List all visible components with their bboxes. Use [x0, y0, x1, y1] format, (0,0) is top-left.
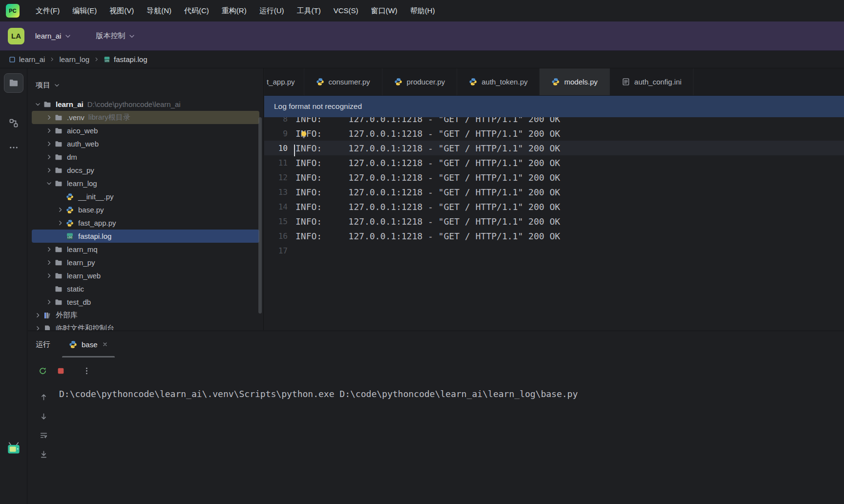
vcs-label: 版本控制	[96, 31, 125, 41]
tree-item-learn_web[interactable]: learn_web	[32, 269, 259, 282]
log-line-16[interactable]: 16INFO: 127.0.0.1:1218 - "GET / HTTP/1.1…	[264, 229, 844, 243]
rerun-button[interactable]	[36, 364, 49, 378]
log-line-14[interactable]: 14INFO: 127.0.0.1:1218 - "GET / HTTP/1.1…	[264, 199, 844, 214]
chevron-right-icon[interactable]	[44, 167, 54, 174]
editor-tab-t_app.py[interactable]: t_app.py	[264, 68, 304, 95]
tree-item-static[interactable]: static	[32, 282, 259, 295]
menubar-item[interactable]: 视图(V)	[103, 3, 140, 18]
folder-icon	[54, 259, 63, 267]
editor-tab-consumer.py[interactable]: consumer.py	[304, 68, 382, 95]
project-switcher[interactable]: learn_ai	[31, 29, 75, 43]
tree-item-__init__.py[interactable]: __init__.py	[32, 190, 259, 203]
log-line-15[interactable]: 15INFO: 127.0.0.1:1218 - "GET / HTTP/1.1…	[264, 214, 844, 229]
plugin-tool-button[interactable]	[4, 439, 23, 458]
folder-icon	[54, 140, 63, 148]
scroll-up-icon[interactable]	[37, 391, 50, 403]
breadcrumb-item-learn_log[interactable]: learn_log	[59, 55, 89, 63]
tree-item-learn_py[interactable]: learn_py	[32, 256, 259, 269]
log-line-17[interactable]: 17	[264, 243, 844, 258]
project-panel-header[interactable]: 项目	[28, 68, 263, 94]
project-avatar[interactable]: LA	[8, 28, 24, 44]
chevron-right-icon[interactable]	[44, 259, 54, 267]
project-tool-button[interactable]	[4, 73, 23, 93]
menubar-item[interactable]: 运行(U)	[253, 3, 291, 18]
tree-item-label: learn_py	[67, 258, 95, 267]
menubar-item[interactable]: 帮助(H)	[404, 3, 442, 18]
chevron-right-icon[interactable]	[44, 246, 54, 253]
menubar-item[interactable]: 重构(R)	[215, 3, 253, 18]
scroll-down-icon[interactable]	[37, 410, 50, 422]
chevron-right-icon[interactable]	[44, 272, 54, 280]
chevron-right-icon[interactable]	[44, 153, 54, 161]
tree-item-临时文件和控制台[interactable]: 临时文件和控制台	[32, 322, 259, 330]
log-line-text: INFO: 127.0.0.1:1218 - "GET / HTTP/1.1" …	[295, 216, 560, 227]
chevron-right-icon[interactable]	[33, 325, 43, 331]
more-options-button[interactable]	[80, 364, 93, 378]
log-line-11[interactable]: 11INFO: 127.0.0.1:1218 - "GET / HTTP/1.1…	[264, 155, 844, 170]
editor-tab-auth_config.ini[interactable]: auth_config.ini	[610, 68, 694, 95]
python-file-icon	[394, 78, 402, 86]
project-tree: learn_aiD:\code\pythoncode\learn_ai.venv…	[28, 98, 263, 330]
log-line-9[interactable]: 9INFO: 127.0.0.1:1218 - "GET / HTTP/1.1"…	[264, 126, 844, 141]
menubar-item[interactable]: 代码(C)	[178, 3, 215, 18]
tree-item-docs_py[interactable]: docs_py	[32, 164, 259, 177]
chevron-down-icon[interactable]	[33, 101, 43, 108]
log-line-12[interactable]: 12INFO: 127.0.0.1:1218 - "GET / HTTP/1.1…	[264, 170, 844, 185]
menubar-item[interactable]: 导航(N)	[140, 3, 178, 18]
chevron-right-icon[interactable]	[55, 206, 65, 214]
tree-item-.venv[interactable]: .venvlibrary根目录	[32, 111, 259, 124]
folder-icon	[9, 78, 19, 88]
chevron-down-icon[interactable]	[44, 180, 54, 188]
breadcrumb-separator-icon	[49, 57, 55, 62]
editor-tab-auth_token.py[interactable]: auth_token.py	[457, 68, 540, 95]
log-format-banner: Log format not recognized	[264, 96, 844, 117]
editor-lines[interactable]: 8INFO: 127.0.0.1:1218 - "GET / HTTP/1.1"…	[264, 111, 844, 330]
chevron-right-icon[interactable]	[44, 298, 54, 306]
chevron-right-icon[interactable]	[44, 140, 54, 148]
menubar-item[interactable]: 文件(F)	[29, 3, 66, 18]
tree-item-aico_web[interactable]: aico_web	[32, 124, 259, 137]
tree-item-auth_web[interactable]: auth_web	[32, 137, 259, 150]
tree-item-learn_mq[interactable]: learn_mq	[32, 243, 259, 256]
run-tab-base[interactable]: base	[61, 331, 116, 357]
menubar-item[interactable]: 窗口(W)	[364, 3, 403, 18]
log-line-13[interactable]: 13INFO: 127.0.0.1:1218 - "GET / HTTP/1.1…	[264, 185, 844, 199]
vcs-widget[interactable]: 版本控制	[92, 28, 139, 43]
tree-item-dm[interactable]: dm	[32, 150, 259, 164]
python-icon	[65, 206, 74, 214]
line-number: 13	[264, 188, 295, 197]
editor-tab-models.py[interactable]: models.py	[540, 68, 610, 95]
run-tab-bar: 运行 base	[28, 331, 844, 357]
menubar-item[interactable]: 工具(T)	[290, 3, 327, 18]
more-tool-windows-button[interactable]	[4, 138, 23, 157]
stop-button[interactable]	[54, 364, 67, 378]
menubar-item[interactable]: VCS(S)	[327, 3, 365, 18]
breadcrumb-item-fastapi.log[interactable]: fastapi.log	[104, 55, 147, 63]
close-tab-icon[interactable]	[102, 341, 108, 347]
intention-bulb-icon[interactable]	[299, 130, 308, 139]
chevron-right-icon[interactable]	[44, 127, 54, 135]
tree-item-learn_log[interactable]: learn_log	[32, 177, 259, 190]
log-line-10[interactable]: 10INFO: 127.0.0.1:1218 - "GET / HTTP/1.1…	[264, 141, 844, 155]
editor-tab-producer.py[interactable]: producer.py	[382, 68, 457, 95]
chevron-right-icon[interactable]	[44, 114, 54, 122]
breadcrumb-item-learn_ai[interactable]: learn_ai	[9, 55, 45, 63]
soft-wrap-icon[interactable]	[37, 429, 50, 441]
console-output[interactable]: D:\code\pythoncode\learn_ai\.venv\Script…	[59, 388, 834, 400]
tree-item-fast_app.py[interactable]: fast_app.py	[32, 216, 259, 230]
tree-item-label: learn_log	[67, 179, 97, 188]
tree-item-test_db[interactable]: test_db	[32, 295, 259, 309]
tree-item-外部库[interactable]: 外部库	[32, 309, 259, 322]
structure-tool-button[interactable]	[4, 113, 23, 133]
tree-item-base.py[interactable]: base.py	[32, 203, 259, 216]
log-line-text: INFO: 127.0.0.1:1218 - "GET / HTTP/1.1" …	[295, 187, 560, 197]
chevron-right-icon[interactable]	[55, 219, 65, 227]
chevron-right-icon[interactable]	[33, 312, 43, 319]
tree-item-fastapi.log[interactable]: fastapi.log	[32, 230, 259, 243]
scroll-to-end-icon[interactable]	[37, 448, 50, 461]
menubar-item[interactable]: 编辑(E)	[66, 3, 103, 18]
scrollbar-thumb[interactable]	[258, 117, 262, 314]
tree-item-label: .venv	[67, 113, 84, 122]
tree-item-learn_ai[interactable]: learn_aiD:\code\pythoncode\learn_ai	[32, 98, 259, 111]
python-icon	[69, 340, 77, 349]
